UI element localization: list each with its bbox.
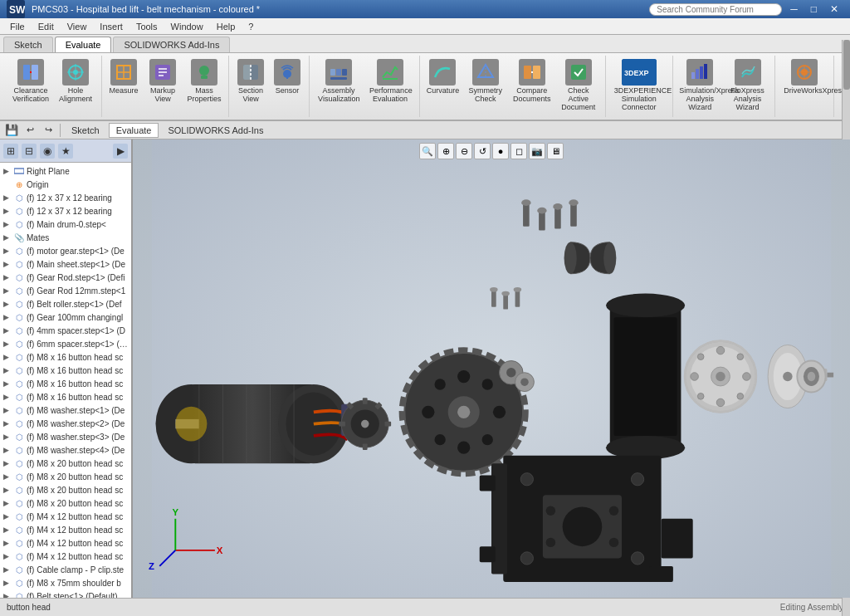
feature-tree-collapse-btn[interactable]: ▶ xyxy=(113,144,128,159)
menu-view[interactable]: View xyxy=(61,20,94,33)
tab-evaluate-secondary[interactable]: Evaluate xyxy=(109,123,159,138)
hole-alignment-label: Hole Alignment xyxy=(58,87,93,104)
menu-file[interactable]: File xyxy=(3,20,32,33)
svg-point-115 xyxy=(603,242,616,274)
markup-view-button[interactable]: Markup View xyxy=(144,57,182,105)
tree-item-main-drum[interactable]: ▶ ⬡ (f) Main drum-0.step< xyxy=(0,218,131,231)
mass-properties-button[interactable]: Mass Properties xyxy=(185,57,223,105)
menu-question[interactable]: ? xyxy=(242,20,260,33)
markup-view-icon xyxy=(149,59,176,86)
tree-item-m8x16-2[interactable]: ▶ ⬡ (f) M8 x 16 button head sc xyxy=(0,364,131,377)
tree-item-m4x12-3[interactable]: ▶ ⬡ (f) M4 x 12 button head sc xyxy=(0,536,131,550)
menu-window[interactable]: Window xyxy=(164,20,210,33)
tree-item-m8x20-4[interactable]: ▶ ⬡ (f) M8 x 20 button head sc xyxy=(0,496,131,510)
community-search-input[interactable] xyxy=(649,3,782,16)
3d-viewport[interactable]: 🔍 ⊕ ⊖ ↺ ● ◻ 📷 🖥 xyxy=(133,139,850,598)
tree-item-m8x20-2[interactable]: ▶ ⬡ (f) M8 x 20 button head sc xyxy=(0,470,131,483)
tree-item-right-plane[interactable]: ▶ Right Plane xyxy=(0,164,131,178)
svg-point-135 xyxy=(546,506,555,516)
tree-item-bearing-2[interactable]: ▶ ⬡ (f) 12 x 37 x 12 bearing xyxy=(0,204,131,218)
vp-select-icon[interactable]: ◻ xyxy=(510,143,527,159)
tree-item-main-sheet[interactable]: ▶ ⬡ (f) Main sheet.step<1> (De xyxy=(0,257,131,271)
tree-item-belt[interactable]: ▶ ⬡ (f) Belt step<1> (Default) xyxy=(0,589,131,598)
hole-alignment-button[interactable]: Hole Alignment xyxy=(55,57,96,105)
menu-insert[interactable]: Insert xyxy=(93,20,129,33)
part-icon: ⬡ xyxy=(13,590,25,598)
vp-search-icon[interactable]: 🔍 xyxy=(419,143,436,159)
assembly-visualization-icon xyxy=(325,59,352,86)
tree-item-m8x75mm[interactable]: ▶ ⬡ (f) M8 x 75mm shoulder b xyxy=(0,576,131,589)
menu-help[interactable]: Help xyxy=(210,20,242,33)
tree-item-m4x12-1[interactable]: ▶ ⬡ (f) M4 x 12 button head sc xyxy=(0,510,131,523)
tree-item-m8x16-3[interactable]: ▶ ⬡ (f) M8 x 16 button head sc xyxy=(0,377,131,390)
expand-icon: ▶ xyxy=(3,260,12,268)
3dexperience-icon: 3DEXP xyxy=(622,59,657,86)
tree-item-m8-washer-2[interactable]: ▶ ⬡ (f) M8 washer.step<2> (De xyxy=(0,417,131,430)
quick-access-undo[interactable]: ↩ xyxy=(22,123,38,138)
tree-item-gear-rod-12mm[interactable]: ▶ ⬡ (f) Gear Rod 12mm.step<1 xyxy=(0,284,131,297)
feature-tree-icon-btn-4[interactable]: ★ xyxy=(58,144,73,159)
tree-item-origin[interactable]: ⊕ Origin xyxy=(0,178,131,191)
floxpress-button[interactable]: FloXpress Analysis Wizard xyxy=(725,57,769,114)
simulation-xpress-button[interactable]: Simulation/Xpress Analysis Wizard xyxy=(678,57,722,114)
svg-point-111 xyxy=(553,203,562,210)
tree-item-right-plane-label: Right Plane xyxy=(27,167,70,176)
measure-button[interactable]: Measure xyxy=(107,57,140,97)
compare-documents-button[interactable]: Compare Documents xyxy=(510,57,554,105)
tree-item-motor-gear[interactable]: ▶ ⬡ (f) motor gear.step<1> (De xyxy=(0,244,131,257)
tree-item-m8-washer-4[interactable]: ▶ ⬡ (f) M8 washer.step<4> (De xyxy=(0,443,131,457)
vp-rotate-icon[interactable]: ↺ xyxy=(474,143,491,159)
tree-item-belt-roller[interactable]: ▶ ⬡ (f) Belt roller.step<1> (Def xyxy=(0,297,131,310)
feature-tree-icon-btn-2[interactable]: ⊟ xyxy=(22,144,37,159)
curvature-button[interactable]: Curvature xyxy=(425,57,461,97)
tree-item-m8x16-4[interactable]: ▶ ⬡ (f) M8 x 16 button head sc xyxy=(0,390,131,403)
tree-item-gear-100mm[interactable]: ▶ ⬡ (f) Gear 100mm changingl xyxy=(0,310,131,324)
tab-evaluate[interactable]: Evaluate xyxy=(55,37,112,52)
tree-item-m8x20-1[interactable]: ▶ ⬡ (f) M8 x 20 button head sc xyxy=(0,457,131,470)
driveworks-button[interactable]: DriveWorksXpress xyxy=(780,57,828,97)
tree-item-m8x16-1[interactable]: ▶ ⬡ (f) M8 x 16 button head sc xyxy=(0,350,131,364)
svg-point-109 xyxy=(537,208,546,214)
section-view-button[interactable]: Section View xyxy=(234,57,267,105)
svg-point-125 xyxy=(520,378,529,386)
svg-rect-3 xyxy=(32,65,38,80)
feature-tree-icon-btn-3[interactable]: ◉ xyxy=(40,144,55,159)
tree-item-m4x12-4[interactable]: ▶ ⬡ (f) M4 x 12 button head sc xyxy=(0,550,131,563)
vp-zoom-in-icon[interactable]: ⊕ xyxy=(437,143,454,159)
menu-edit[interactable]: Edit xyxy=(32,20,61,33)
tree-item-4mm-spacer[interactable]: ▶ ⬡ (f) 4mm spacer.step<1> (D xyxy=(0,324,131,337)
tab-sketch-secondary[interactable]: Sketch xyxy=(64,123,107,138)
tree-item-m8-washer-3[interactable]: ▶ ⬡ (f) M8 washer.step<3> (De xyxy=(0,430,131,443)
tree-item-m8x20-3[interactable]: ▶ ⬡ (f) M8 x 20 button head sc xyxy=(0,483,131,496)
svg-rect-45 xyxy=(14,169,24,174)
3dexperience-button[interactable]: 3DEXP 3DEXPERIENCE Simulation Connector xyxy=(611,57,667,114)
vp-display-icon[interactable]: 🖥 xyxy=(547,143,564,159)
quick-access-save[interactable]: 💾 xyxy=(3,123,20,138)
maximize-button[interactable]: □ xyxy=(806,3,822,15)
assembly-visualization-button[interactable]: Assembly Visualization xyxy=(315,57,363,105)
menu-tools[interactable]: Tools xyxy=(129,20,164,33)
symmetry-check-button[interactable]: Symmetry Check xyxy=(464,57,507,105)
tree-item-m4x12-2[interactable]: ▶ ⬡ (f) M4 x 12 button head sc xyxy=(0,523,131,536)
vp-camera-icon[interactable]: 📷 xyxy=(529,143,545,159)
tree-item-m8-washer-1[interactable]: ▶ ⬡ (f) M8 washer.step<1> (De xyxy=(0,403,131,417)
check-active-document-button[interactable]: Check Active Document xyxy=(557,57,600,114)
tree-item-mates[interactable]: ▶ 📎 Mates xyxy=(0,231,131,244)
clearance-verification-button[interactable]: Clearance Verification xyxy=(10,57,51,105)
vp-view-icon[interactable]: ● xyxy=(492,143,509,159)
performance-evaluation-button[interactable]: Performance Evaluation xyxy=(366,57,414,105)
tab-sketch[interactable]: Sketch xyxy=(3,37,53,52)
minimize-button[interactable]: ─ xyxy=(785,3,803,15)
quick-access-redo[interactable]: ↪ xyxy=(40,123,56,138)
tree-item-cable-clamp[interactable]: ▶ ⬡ (f) Cable clamp - P clip.ste xyxy=(0,563,131,576)
tab-solidworks-addins-secondary[interactable]: SOLIDWORKS Add-Ins xyxy=(160,123,271,138)
tree-item-cable-clamp-label: (f) Cable clamp - P clip.ste xyxy=(27,565,124,574)
feature-tree-icon-btn-1[interactable]: ⊞ xyxy=(3,144,18,159)
close-button[interactable]: ✕ xyxy=(825,3,843,15)
sensor-button[interactable]: Sensor xyxy=(271,57,304,97)
tree-item-bearing-1[interactable]: ▶ ⬡ (f) 12 x 37 x 12 bearing xyxy=(0,191,131,204)
tree-item-gear-rod-1[interactable]: ▶ ⬡ (f) Gear Rod.step<1> (Defi xyxy=(0,271,131,284)
vp-zoom-out-icon[interactable]: ⊖ xyxy=(456,143,472,159)
tree-item-6mm-spacer[interactable]: ▶ ⬡ (f) 6mm spacer.step<1> (De xyxy=(0,337,131,350)
tab-solidworks-addins[interactable]: SOLIDWORKS Add-Ins xyxy=(113,37,230,52)
